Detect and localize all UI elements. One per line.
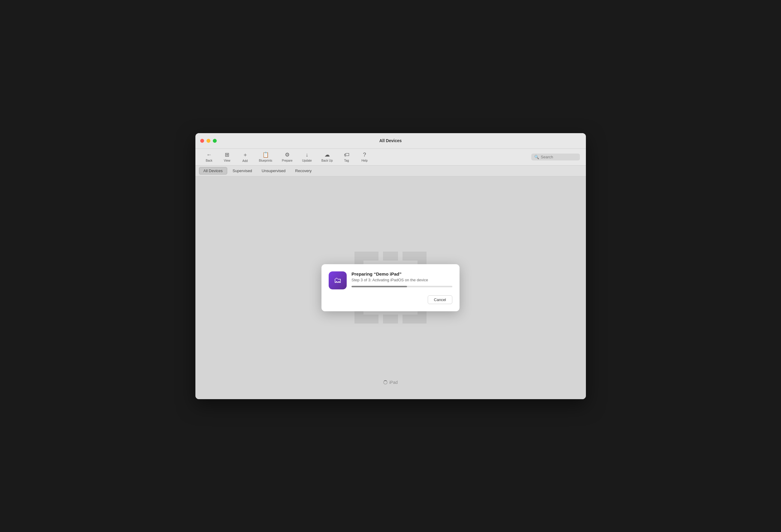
tab-all-devices[interactable]: All Devices — [199, 167, 227, 175]
progress-bar-container — [352, 286, 452, 287]
view-button[interactable]: ⊞ View — [219, 150, 235, 164]
titlebar: All Devices — [195, 133, 586, 149]
main-content: iPad 🗂 Preparing “Demo iPad” Step 3 of 3… — [195, 176, 586, 399]
preparing-dialog: 🗂 Preparing “Demo iPad” Step 3 of 3: Act… — [322, 264, 459, 311]
tabbar: All Devices Supervised Unsupervised Reco… — [195, 166, 586, 176]
add-label: Add — [243, 159, 248, 163]
backup-icon: ☁ — [325, 151, 330, 158]
app-icon-symbol: 🗂 — [334, 276, 341, 285]
update-button[interactable]: ↓ Update — [299, 150, 316, 164]
view-icon: ⊞ — [225, 151, 229, 158]
back-button[interactable]: ← Back — [201, 150, 217, 164]
progress-bar-fill — [352, 286, 407, 287]
dialog-title: Preparing “Demo iPad” — [352, 271, 452, 276]
tab-supervised[interactable]: Supervised — [229, 167, 256, 174]
app-icon: 🗂 — [329, 271, 347, 290]
cancel-button[interactable]: Cancel — [428, 296, 452, 304]
search-icon: 🔍 — [534, 155, 539, 159]
dialog-overlay: 🗂 Preparing “Demo iPad” Step 3 of 3: Act… — [195, 176, 586, 399]
minimize-button[interactable] — [206, 139, 210, 143]
search-input[interactable] — [541, 155, 577, 159]
close-button[interactable] — [200, 139, 204, 143]
dialog-subtitle: Step 3 of 3: Activating iPadOS on the de… — [352, 278, 452, 282]
update-label: Update — [302, 159, 312, 162]
tab-unsupervised[interactable]: Unsupervised — [257, 167, 290, 174]
dialog-text-area: Preparing “Demo iPad” Step 3 of 3: Activ… — [352, 271, 452, 287]
tab-recovery[interactable]: Recovery — [291, 167, 316, 174]
prepare-label: Prepare — [282, 159, 293, 162]
add-icon: ＋ — [243, 151, 248, 158]
help-icon: ? — [363, 152, 366, 158]
backup-label: Back Up — [322, 159, 333, 162]
tag-button[interactable]: 🏷 Tag — [339, 150, 355, 164]
prepare-icon: ⚙ — [285, 151, 290, 158]
help-button[interactable]: ? Help — [357, 150, 372, 164]
tag-label: Tag — [344, 159, 349, 162]
update-icon: ↓ — [305, 152, 308, 158]
blueprints-label: Blueprints — [259, 159, 272, 162]
view-label: View — [224, 159, 231, 162]
back-label: Back — [206, 159, 212, 162]
blueprints-icon: 📋 — [262, 151, 269, 158]
blueprints-button[interactable]: 📋 Blueprints — [255, 150, 276, 164]
add-button[interactable]: ＋ Add — [237, 150, 253, 164]
search-bar[interactable]: 🔍 — [531, 153, 580, 161]
help-label: Help — [361, 159, 368, 162]
maximize-button[interactable] — [213, 139, 217, 143]
toolbar: ← Back ⊞ View ＋ Add 📋 Blueprints ⚙ Prepa… — [195, 149, 586, 166]
dialog-content-area: 🗂 Preparing “Demo iPad” Step 3 of 3: Act… — [329, 271, 452, 290]
backup-button[interactable]: ☁ Back Up — [318, 150, 336, 164]
window-controls — [200, 139, 217, 143]
app-window: All Devices ← Back ⊞ View ＋ Add 📋 Bluepr… — [195, 133, 586, 399]
prepare-button[interactable]: ⚙ Prepare — [278, 150, 296, 164]
tag-icon: 🏷 — [344, 152, 350, 158]
window-title: All Devices — [379, 138, 402, 143]
dialog-actions: Cancel — [329, 296, 452, 304]
back-icon: ← — [206, 152, 212, 158]
